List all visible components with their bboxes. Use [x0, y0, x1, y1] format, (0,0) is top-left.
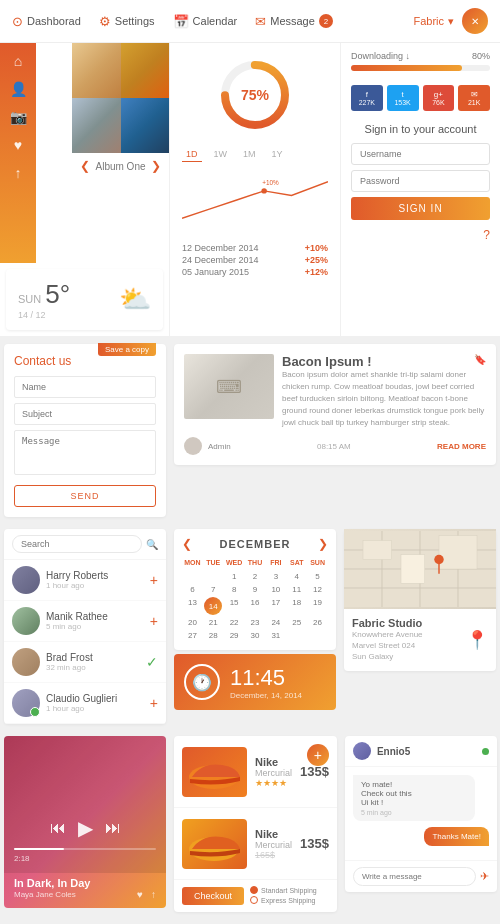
fabric-dropdown[interactable]: Fabric ▾ [413, 15, 454, 28]
weather-day: SUN [18, 293, 41, 305]
express-radio[interactable] [250, 896, 258, 904]
save-badge: Save a copy [98, 343, 156, 356]
calendar-prev-button[interactable]: ❮ [182, 537, 192, 551]
nav-dashboard[interactable]: ⊙ Dashborad [12, 14, 81, 29]
send-button[interactable]: SEND [14, 485, 156, 507]
share-icon[interactable]: ↑ [15, 165, 22, 181]
blog-section: ⌨ Bacon Ipsum ! 🔖 Bacon ipsum dolor amet… [170, 340, 500, 521]
password-input[interactable] [351, 170, 490, 192]
tab-1y[interactable]: 1Y [268, 147, 287, 162]
chat-item-manik: Manik Rathee 5 min ago + [4, 601, 166, 642]
online-status-indicator [482, 748, 489, 755]
line-chart: +10% [170, 166, 340, 238]
calendar-clock-section: ❮ DECEMBER ❯ MON TUE WED THU FRI SAT SUN… [170, 525, 340, 728]
chat-ui-section: Ennio5 Yo mate! Check out this Ui kit ! … [341, 732, 500, 916]
album-prev-button[interactable]: ❮ [80, 159, 90, 173]
left-photo-sidebar: ⌂ 👤 📷 ♥ ↑ ❮ Album One ❯ [0, 43, 170, 336]
shipping-options: Standart Shipping Express Shipping [250, 886, 329, 906]
checkout-button[interactable]: Checkout [182, 887, 244, 905]
help-icon[interactable]: ? [341, 226, 500, 244]
product-item-2: Nike Mercurial 165$ 135$ [174, 808, 337, 880]
manik-add-button[interactable]: + [150, 613, 158, 629]
map-place-name: Fabric Studio [352, 617, 423, 629]
share-music-icon[interactable]: ↑ [151, 889, 156, 900]
chat-item-claudio: Claudio Guglieri 1 hour ago + [4, 683, 166, 724]
calendar-next-button[interactable]: ❯ [318, 537, 328, 551]
search-box: 🔍 [4, 529, 166, 560]
chat-item-harry: Harry Roberts 1 hour ago + [4, 560, 166, 601]
photo-person [72, 98, 121, 153]
clock-card: 🕐 11:45 December, 14, 2014 [174, 654, 336, 710]
tab-1d[interactable]: 1D [182, 147, 202, 162]
contact-subject-input[interactable] [14, 403, 156, 425]
music-prev-button[interactable]: ⏮ [50, 819, 66, 837]
chat-messages: Yo mate! Check out this Ui kit ! 5 min a… [345, 767, 497, 860]
calendar-today[interactable]: 14 [204, 597, 222, 615]
blog-author: Admin [184, 437, 231, 455]
tab-1m[interactable]: 1M [239, 147, 260, 162]
music-artist: Maya Jane Coles [14, 890, 76, 899]
brad-check-button[interactable]: ✓ [146, 654, 158, 670]
music-play-button[interactable]: ▶ [78, 816, 93, 840]
express-shipping-option[interactable]: Express Shipping [250, 896, 329, 904]
nav-calendar[interactable]: 📅 Calendar [173, 14, 238, 29]
music-progress-bar[interactable] [14, 848, 156, 850]
twitter-button[interactable]: t 153K [387, 85, 419, 111]
nav-settings[interactable]: ⚙ Settings [99, 14, 155, 29]
claudio-add-button[interactable]: + [150, 695, 158, 711]
manik-info: Manik Rathee 5 min ago [46, 611, 144, 631]
brad-avatar [12, 648, 40, 676]
standard-shipping-option[interactable]: Standart Shipping [250, 886, 329, 894]
heart-icon[interactable]: ♥ [137, 889, 143, 900]
send-message-icon[interactable]: ✈ [480, 870, 489, 883]
chat-contact-name: Ennio5 [377, 746, 410, 757]
user-avatar[interactable]: ✕ [462, 8, 488, 34]
clock-time: 11:45 [230, 665, 302, 691]
album-next-button[interactable]: ❯ [151, 159, 161, 173]
album-label: ❮ Album One ❯ [72, 153, 169, 179]
manik-avatar [12, 607, 40, 635]
checkout-row: Checkout Standart Shipping Express Shipp… [174, 880, 337, 912]
chat-message-input[interactable] [353, 867, 476, 886]
contact-name-input[interactable] [14, 376, 156, 398]
product-stars-1: ★★★★ [255, 778, 292, 788]
home-icon[interactable]: ⌂ [14, 53, 22, 69]
username-input[interactable] [351, 143, 490, 165]
signin-button[interactable]: SIGN IN [351, 197, 490, 220]
svg-rect-12 [401, 555, 425, 584]
svg-text:+10%: +10% [262, 179, 279, 186]
calendar-month: DECEMBER [220, 538, 291, 550]
facebook-button[interactable]: f 227K [351, 85, 383, 111]
nav-message[interactable]: ✉ Message 2 [255, 14, 333, 29]
search-input[interactable] [12, 535, 142, 553]
blog-time: 08:15 AM [317, 442, 351, 451]
right-col: Downloading ↓ 80% f 227K t 153K g+ 76K [340, 43, 500, 336]
chat-contact-avatar [353, 742, 371, 760]
camera-icon[interactable]: 📷 [10, 109, 27, 125]
music-controls: ⏮ ▶ ⏭ [14, 816, 156, 840]
bookmark-icon[interactable]: 🔖 [474, 354, 486, 365]
tab-1w[interactable]: 1W [210, 147, 232, 162]
signin-title: Sign in to your account [351, 123, 490, 135]
read-more-button[interactable]: READ MORE [437, 442, 486, 451]
product-section: Nike Mercurial ★★★★ 135$ + [170, 732, 341, 916]
top-navigation: ⊙ Dashborad ⚙ Settings 📅 Calendar ✉ Mess… [0, 0, 500, 43]
contact-message-input[interactable] [14, 430, 156, 475]
user-icon[interactable]: 👤 [10, 81, 27, 97]
blog-author-name: Admin [208, 442, 231, 451]
standard-radio[interactable] [250, 886, 258, 894]
google-plus-button[interactable]: g+ 76K [423, 85, 455, 111]
row2-grid: Save a copy Contact us SEND ⌨ Bacon Ipsu… [0, 340, 500, 521]
calendar-grid: 1 2 3 4 5 6 7 8 9 10 11 12 13 14 15 16 1… [182, 570, 328, 642]
email-social-button[interactable]: ✉ 21K [458, 85, 490, 111]
signin-form: Sign in to your account SIGN IN [341, 117, 500, 226]
add-to-cart-button-1[interactable]: + [307, 744, 329, 766]
harry-add-button[interactable]: + [150, 572, 158, 588]
heart-icon[interactable]: ♥ [14, 137, 22, 153]
center-chart-col: 75% 1D 1W 1M 1Y +10% 12 December 2014 +1… [170, 43, 340, 336]
received-message: Yo mate! Check out this Ui kit ! 5 min a… [353, 775, 475, 821]
music-next-button[interactable]: ⏭ [105, 819, 121, 837]
music-info: In Dark, In Day Maya Jane Coles ♥ ↑ [4, 873, 166, 908]
donut-chart: 75% [215, 55, 295, 135]
blog-footer: Admin 08:15 AM READ MORE [184, 437, 486, 455]
